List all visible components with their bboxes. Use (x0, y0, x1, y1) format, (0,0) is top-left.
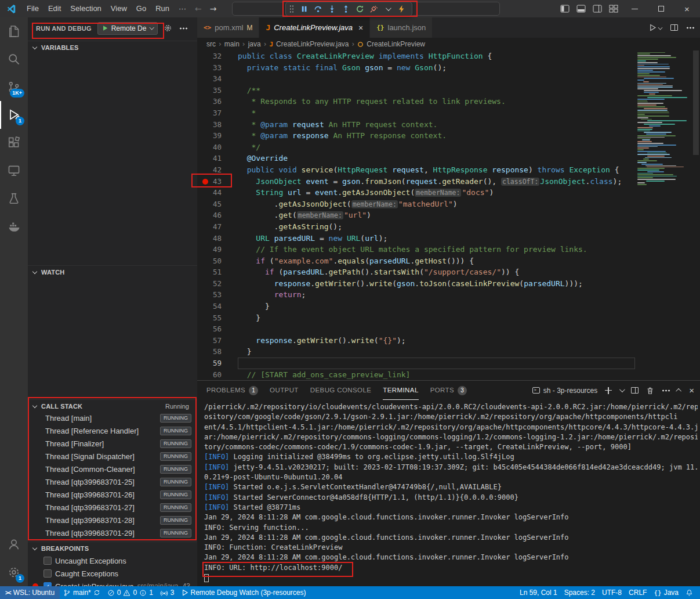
tab-output[interactable]: OUTPUT (270, 381, 299, 400)
line-number[interactable]: 39 (197, 130, 233, 142)
lightning-icon[interactable] (394, 2, 408, 16)
line-number[interactable]: 45 (197, 199, 233, 210)
step-out-icon[interactable] (339, 2, 353, 16)
line-number[interactable]: 37 (197, 107, 233, 119)
breakpoint-row[interactable]: Caught Exceptions (28, 567, 197, 580)
drag-handle-icon[interactable] (289, 5, 294, 13)
variables-section-header[interactable]: VARIABLES (28, 41, 197, 53)
line-number[interactable]: 34 (197, 73, 233, 85)
remote-indicator[interactable]: >< WSL: Ubuntu (0, 586, 60, 599)
maximize-icon[interactable] (648, 0, 674, 17)
back-icon[interactable]: ← (191, 4, 206, 13)
line-number[interactable]: 56 (197, 323, 233, 335)
debug-session-item[interactable]: Remote Debug Watch (3p-resources) (178, 586, 310, 599)
remote-explorer-icon[interactable] (0, 157, 28, 185)
terminal-selector[interactable]: > sh - 3p-resources (532, 387, 597, 395)
breakpoint-checkbox[interactable] (43, 557, 52, 565)
disconnect-icon[interactable] (367, 2, 380, 16)
line-number[interactable]: 52 (197, 278, 233, 290)
line-number[interactable]: 42 (197, 164, 233, 176)
close-panel-icon[interactable]: × (689, 385, 694, 395)
breakpoint-dot[interactable] (202, 179, 208, 185)
call-stack-thread[interactable]: Thread [qtp399683701-26]RUNNING (28, 489, 197, 501)
watch-section-header[interactable]: WATCH (28, 265, 197, 278)
forward-icon[interactable]: → (206, 4, 221, 13)
line-number[interactable]: 48 (197, 233, 233, 244)
split-terminal-icon[interactable] (631, 387, 639, 394)
restart-icon[interactable] (353, 2, 367, 16)
gear-icon[interactable] (164, 24, 172, 33)
tab-launch-json[interactable]: {} launch.json (370, 17, 433, 38)
menu-go[interactable]: Go (132, 0, 151, 17)
more-actions-icon[interactable] (662, 389, 670, 392)
toggle-secondary-sidebar-icon[interactable] (589, 0, 605, 17)
tab-createlinkpreview-java[interactable]: J CreateLinkPreview.java × (259, 17, 370, 38)
line-number[interactable]: 36 (197, 96, 233, 107)
line-number[interactable]: 53 (197, 289, 233, 301)
git-branch-item[interactable]: main* (60, 586, 104, 599)
split-editor-icon[interactable] (670, 24, 678, 31)
call-stack-thread[interactable]: Thread [qtp399683701-29]RUNNING (28, 527, 197, 540)
close-icon[interactable]: × (674, 0, 700, 17)
line-number[interactable]: 54 (197, 301, 233, 312)
trash-icon[interactable] (646, 387, 654, 395)
menu-overflow[interactable]: ··· (174, 0, 191, 17)
breadcrumb-file[interactable]: CreateLinkPreview.java (276, 40, 349, 48)
tab-problems[interactable]: PROBLEMS 1 (206, 381, 258, 400)
breadcrumb-src[interactable]: src (206, 40, 216, 48)
line-number[interactable]: 43 (197, 176, 233, 187)
close-tab-icon[interactable]: × (358, 23, 363, 33)
encoding[interactable]: UTF-8 (599, 586, 625, 599)
call-stack-thread[interactable]: Thread [Finalizer]RUNNING (28, 438, 197, 450)
testing-icon[interactable] (0, 185, 28, 212)
line-number[interactable]: 59 (197, 358, 233, 369)
forwarded-ports-item[interactable]: 3 (157, 586, 178, 599)
line-number[interactable]: 51 (197, 266, 233, 278)
launch-config-dropdown[interactable]: Remote De (97, 22, 158, 35)
more-actions-icon[interactable] (686, 27, 694, 29)
line-number[interactable]: 44 (197, 187, 233, 199)
tab-ports[interactable]: PORTS 3 (430, 381, 467, 400)
customize-layout-icon[interactable] (605, 0, 622, 17)
line-number[interactable]: 41 (197, 153, 233, 164)
step-into-icon[interactable] (325, 2, 339, 16)
settings-gear-icon[interactable]: 1 (0, 558, 28, 586)
line-number[interactable]: 35 (197, 85, 233, 96)
line-number[interactable]: 60 (197, 369, 233, 380)
account-icon[interactable] (0, 531, 28, 558)
breakpoint-checkbox[interactable] (43, 569, 52, 578)
cursor-position[interactable]: Ln 59, Col 1 (516, 586, 561, 599)
call-stack-thread[interactable]: Thread [qtp399683701-28]RUNNING (28, 514, 197, 527)
breadcrumb-main[interactable]: main (224, 40, 240, 48)
call-stack-thread[interactable]: Thread [qtp399683701-27]RUNNING (28, 501, 197, 514)
line-number[interactable]: 49 (197, 244, 233, 255)
line-number[interactable]: 33 (197, 62, 233, 74)
line-number[interactable]: 50 (197, 255, 233, 267)
menu-file[interactable]: File (22, 0, 43, 17)
line-number[interactable]: 58 (197, 346, 233, 358)
tab-terminal[interactable]: TERMINAL (383, 381, 418, 400)
menu-run[interactable]: Run (151, 0, 174, 17)
editor-scrollbar[interactable] (692, 50, 700, 380)
call-stack-thread[interactable]: Thread [main]RUNNING (28, 412, 197, 425)
breadcrumb-java[interactable]: java (248, 40, 261, 48)
menu-selection[interactable]: Selection (66, 0, 106, 17)
tab-debug-console[interactable]: DEBUG CONSOLE (310, 381, 372, 400)
call-stack-thread[interactable]: Thread [Reference Handler]RUNNING (28, 425, 197, 438)
line-number[interactable]: 55 (197, 312, 233, 324)
breakpoint-row[interactable]: Uncaught Exceptions (28, 554, 197, 567)
menu-view[interactable]: View (106, 0, 132, 17)
toggle-sidebar-icon[interactable] (557, 0, 573, 17)
extensions-icon[interactable] (0, 129, 28, 157)
menu-edit[interactable]: Edit (43, 0, 66, 17)
line-number[interactable]: 46 (197, 210, 233, 221)
breadcrumb-class[interactable]: CreateLinkPreview (367, 40, 425, 48)
step-over-icon[interactable] (311, 2, 325, 16)
problems-item[interactable]: 0 0 1 (104, 586, 157, 599)
minimap[interactable] (636, 50, 692, 380)
line-number[interactable]: 57 (197, 335, 233, 347)
source-control-icon[interactable]: 1K+ (0, 73, 28, 101)
notifications-item[interactable] (682, 586, 700, 599)
call-stack-thread[interactable]: Thread [qtp399683701-25]RUNNING (28, 476, 197, 489)
terminal-output[interactable]: /pierrick/.m2/repository/io/cloudevents/… (204, 400, 698, 586)
